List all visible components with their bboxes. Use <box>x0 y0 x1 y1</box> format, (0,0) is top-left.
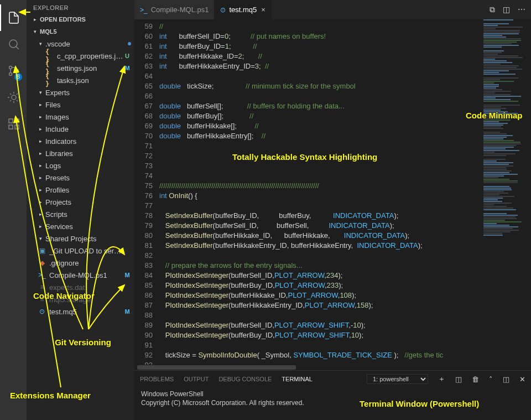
extensions-icon[interactable] <box>0 111 27 137</box>
folder-item[interactable]: ▸Images <box>27 111 134 123</box>
svg-rect-8 <box>15 125 19 129</box>
folder-item[interactable]: ▸Presets <box>27 172 134 184</box>
editor-tab[interactable]: >_Compile-MQL.ps1 <box>134 0 215 19</box>
folder-item[interactable]: ▸Scripts <box>27 208 134 220</box>
folder-item[interactable]: ▸Projects <box>27 196 134 208</box>
svg-point-3 <box>16 70 19 72</box>
kill-terminal-icon[interactable]: 🗑 <box>472 375 479 383</box>
file-item[interactable]: >_Compile-MQL.ps1M <box>27 269 134 281</box>
cmd-icon: ▣ <box>38 247 46 255</box>
horizontal-scrollbar[interactable] <box>134 365 531 370</box>
txt-icon: ≡ <box>38 295 46 303</box>
maximize-panel-icon[interactable]: ˄ <box>489 375 493 383</box>
more-icon[interactable]: ⋯ <box>518 5 525 14</box>
toggle-panel-icon[interactable]: ◫ <box>503 375 509 383</box>
folder-item[interactable]: ▾Experts <box>27 86 134 98</box>
mql-icon: ⊙ <box>38 308 46 315</box>
minimap[interactable] <box>481 19 531 365</box>
root-folder[interactable]: ▾MQL5 <box>27 25 134 38</box>
bottom-panel: PROBLEMSOUTPUTDEBUG CONSOLETERMINAL 1: p… <box>134 370 531 420</box>
file-item[interactable]: ◆.gitignore <box>27 257 134 269</box>
json-icon: { } <box>45 72 54 88</box>
svg-rect-5 <box>9 119 13 123</box>
sidebar-title: EXPLORER <box>27 0 134 13</box>
terminal-selector[interactable]: 1: powershell <box>367 374 428 384</box>
close-tab-icon[interactable]: × <box>261 6 266 14</box>
git-icon: ◆ <box>38 259 46 267</box>
folder-item[interactable]: ▸Files <box>27 98 134 111</box>
file-item[interactable]: ⊙test.mq5M <box>27 305 134 318</box>
editor-tab[interactable]: ⊙test.mq5× <box>215 0 271 19</box>
file-item[interactable]: ▣_Git UPLOAD to server.bat <box>27 245 134 257</box>
close-panel-icon[interactable]: ✕ <box>519 375 525 383</box>
new-terminal-icon[interactable]: ＋ <box>438 374 445 384</box>
panel-tab[interactable]: TERMINAL <box>282 376 313 382</box>
code-area[interactable]: //int bufferSell_ID=0; // put names on b… <box>159 19 481 365</box>
folder-item[interactable]: ▸Profiles <box>27 184 134 196</box>
sidebar: EXPLORER ▸OPEN EDITORS ▾MQL5 ▾.vscode { … <box>27 0 134 420</box>
svg-point-1 <box>9 66 12 69</box>
folder-item[interactable]: ▸Logs <box>27 159 134 172</box>
file-item[interactable]: ≡experts.dat <box>27 281 134 293</box>
activity-bar: 8 <box>0 0 27 420</box>
file-item[interactable]: ≡mql5.storage <box>27 293 134 305</box>
split-editor-icon[interactable]: ◫ <box>503 5 510 14</box>
folder-item[interactable]: ▸Services <box>27 220 134 232</box>
terminal-body[interactable]: Windows PowerShell Copyright (C) Microso… <box>134 387 531 420</box>
scm-badge: 8 <box>14 73 22 81</box>
folder-item[interactable]: ▸Libraries <box>27 147 134 159</box>
line-gutter: 5960616263646566676869707172737475767778… <box>134 19 159 365</box>
source-control-icon[interactable]: 8 <box>0 58 27 84</box>
folder-item[interactable]: ▸Indicators <box>27 135 134 147</box>
explorer-icon[interactable] <box>0 4 27 31</box>
tab-bar: >_Compile-MQL.ps1⊙test.mq5× ⧉ ◫ ⋯ <box>134 0 531 19</box>
svg-point-0 <box>9 40 17 48</box>
svg-point-2 <box>9 73 12 76</box>
compare-icon[interactable]: ⧉ <box>490 5 495 14</box>
folder-item[interactable]: ▸Include <box>27 123 134 135</box>
folder-vscode[interactable]: ▾.vscode <box>27 38 134 50</box>
panel-tab[interactable]: OUTPUT <box>184 376 209 382</box>
code-editor[interactable]: 5960616263646566676869707172737475767778… <box>134 19 531 365</box>
folder-item[interactable]: ▾Shared Projects <box>27 232 134 245</box>
file-tree: ▸OPEN EDITORS ▾MQL5 ▾.vscode { }c_cpp_pr… <box>27 13 134 420</box>
ps1-icon: >_ <box>38 271 46 279</box>
search-icon[interactable] <box>0 31 27 58</box>
split-terminal-icon[interactable]: ◫ <box>455 375 462 383</box>
panel-tab[interactable]: DEBUG CONSOLE <box>218 376 272 382</box>
file-item[interactable]: { }c_cpp_properties.jsonU <box>27 50 134 62</box>
file-item[interactable]: { }tasks.json <box>27 74 134 86</box>
txt-icon: ≡ <box>38 283 46 291</box>
svg-rect-7 <box>9 125 13 129</box>
file-item[interactable]: { }settings.jsonM <box>27 62 134 74</box>
open-editors-section[interactable]: ▸OPEN EDITORS <box>27 13 134 25</box>
svg-rect-6 <box>15 119 19 123</box>
panel-tab[interactable]: PROBLEMS <box>140 376 174 382</box>
debug-icon[interactable] <box>0 84 27 111</box>
svg-point-4 <box>12 95 16 100</box>
